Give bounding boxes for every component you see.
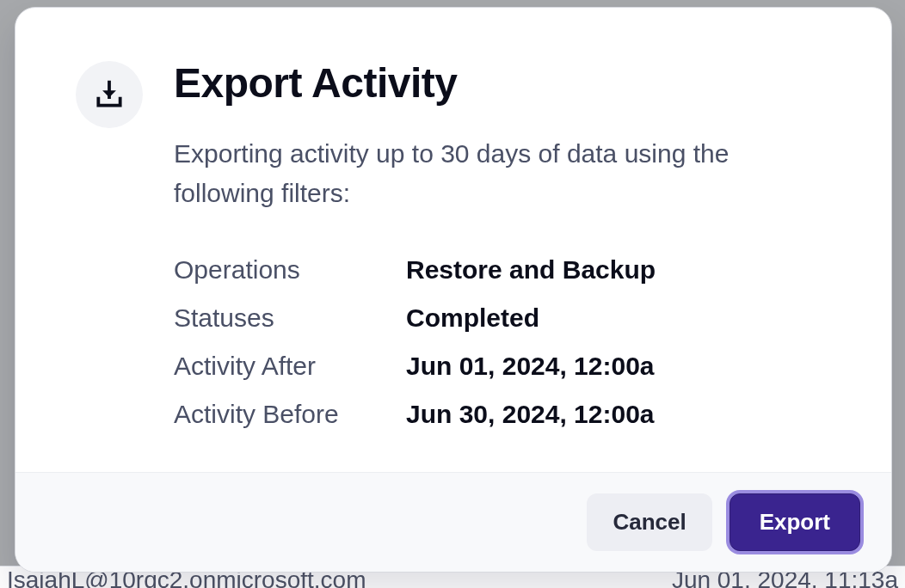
cancel-button[interactable]: Cancel bbox=[587, 493, 711, 551]
dialog-content: Export Activity Exporting activity up to… bbox=[174, 59, 850, 455]
dialog-body: Export Activity Exporting activity up to… bbox=[15, 8, 891, 472]
filter-value-statuses: Completed bbox=[406, 303, 850, 333]
download-icon bbox=[76, 61, 143, 128]
filter-label-statuses: Statuses bbox=[174, 303, 406, 333]
filters-grid: Operations Restore and Backup Statuses C… bbox=[174, 255, 850, 429]
export-activity-dialog: Export Activity Exporting activity up to… bbox=[15, 7, 892, 573]
modal-backdrop: IsaiahL@10rqc2.onmicrosoft.com Jun 01, 2… bbox=[0, 0, 905, 588]
export-button[interactable]: Export bbox=[730, 493, 860, 551]
dialog-title: Export Activity bbox=[174, 61, 850, 107]
dialog-footer: Cancel Export bbox=[15, 472, 891, 572]
dialog-subtitle: Exporting activity up to 30 days of data… bbox=[174, 134, 828, 214]
filter-label-operations: Operations bbox=[174, 255, 406, 285]
filter-label-activity-before: Activity Before bbox=[174, 400, 406, 429]
filter-value-activity-after: Jun 01, 2024, 12:00a bbox=[406, 352, 850, 381]
filter-label-activity-after: Activity After bbox=[174, 352, 406, 381]
filter-value-operations: Restore and Backup bbox=[406, 255, 850, 285]
filter-value-activity-before: Jun 30, 2024, 12:00a bbox=[406, 400, 850, 429]
